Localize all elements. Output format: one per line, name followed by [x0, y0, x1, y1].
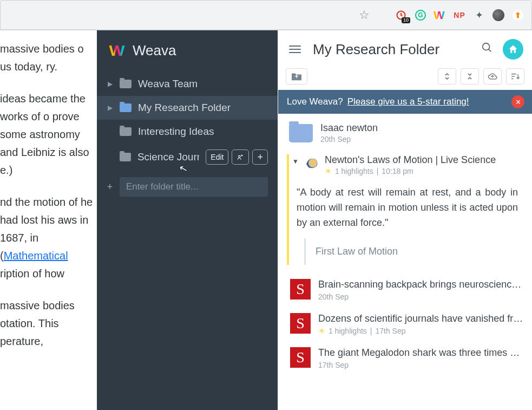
source-card[interactable]: S Dozens of scientific journals have van… [287, 313, 523, 335]
promo-text: Love Weava? [287, 96, 343, 107]
new-folder-input[interactable] [120, 177, 268, 197]
source-date: 20th Sep [318, 292, 349, 301]
subfolder-date: 20th Sep [320, 135, 378, 144]
grammarly-icon[interactable]: G [415, 9, 426, 21]
collapse-all-button[interactable] [461, 68, 479, 84]
sidebar-item-science-journals[interactable]: Science Journ Edit + [97, 144, 278, 171]
folder-icon [120, 153, 131, 161]
source-title: The giant Megalodon shark was three time… [318, 347, 523, 359]
source-timestamp: 10:18 pm [382, 167, 413, 175]
edit-folder-button[interactable]: Edit [206, 149, 228, 165]
folder-icon [120, 80, 132, 88]
folder-icon [289, 124, 313, 142]
source-card-expanded: ▼ Newton's Laws of Motion | Live Science… [287, 154, 523, 265]
source-title: Brain-scanning backpack brings neuroscie… [318, 279, 523, 290]
folder-icon [120, 103, 132, 112]
search-icon[interactable] [481, 42, 493, 57]
sidebar-item-interesting-ideas[interactable]: Interesting Ideas [97, 120, 278, 144]
bookmark-star-icon[interactable]: ☆ [358, 9, 370, 21]
article-text-4: massive bodies otation. This perature, [0, 297, 97, 350]
panel-header: My Research Folder [278, 30, 532, 66]
article-link-mathematical[interactable]: Mathematical [4, 250, 68, 262]
cloud-sync-button[interactable] [483, 68, 502, 84]
folder-icon [120, 127, 132, 136]
source-favicon-s: S [290, 313, 311, 334]
source-date: 17th Sep [375, 327, 405, 335]
svg-point-2 [483, 43, 490, 50]
weava-panel: My Research Folder + [278, 30, 532, 410]
sidebar-item-label: Interesting Ideas [138, 126, 214, 138]
update-extension-icon[interactable]: ⬆ [512, 9, 524, 21]
panel-body: Isaac newton 20th Sep ▼ Newton's Laws of… [278, 114, 532, 410]
article-background: massive bodies o us today, ry. ideas bec… [0, 30, 97, 410]
extension-badge-count: 10 [402, 17, 410, 23]
source-title[interactable]: Newton's Laws of Motion | Live Science [325, 154, 523, 166]
add-subfolder-button[interactable]: + [252, 149, 268, 165]
svg-point-3 [308, 159, 317, 167]
svg-point-1 [239, 155, 241, 158]
expand-collapse-button[interactable] [438, 68, 456, 84]
source-title: Dozens of scientific journals have vanis… [318, 313, 523, 324]
new-folder-row: + [97, 171, 278, 203]
extension-badge-icon[interactable]: 10 [395, 9, 407, 21]
promo-link[interactable]: Please give us a 5-star rating! [347, 96, 469, 107]
panel-toolbar: + [278, 66, 532, 90]
sidebar-item-label: My Research Folder [138, 102, 231, 114]
extensions-menu-icon[interactable]: ✦ [473, 9, 485, 21]
chevron-right-icon: ▶ [107, 80, 113, 88]
promo-banner: Love Weava? Please give us a 5-star rati… [278, 90, 532, 114]
highlight-dot-icon: ☀ [325, 167, 332, 175]
close-icon[interactable]: ✕ [511, 95, 524, 108]
sidebar-item-label: Weava Team [138, 78, 198, 90]
new-folder-button[interactable]: + [286, 68, 307, 84]
subfolder-item[interactable]: Isaac newton 20th Sep [287, 122, 523, 144]
source-card[interactable]: S The giant Megalodon shark was three ti… [287, 347, 523, 369]
plus-icon: + [107, 181, 113, 193]
article-text-1: massive bodies o us today, ry. [0, 40, 97, 76]
highlight-quote[interactable]: "A body at rest will remain at rest, and… [297, 185, 523, 231]
np-extension-icon[interactable]: NP [454, 9, 465, 21]
sidebar-item-weava-team[interactable]: ▶ Weava Team [97, 72, 278, 96]
profile-avatar[interactable] [492, 9, 504, 21]
weava-logo-icon: W [109, 44, 127, 58]
source-highlight-count: 1 highlights [329, 327, 367, 335]
sidebar-item-label: Science Journ [137, 151, 199, 163]
panel-title: My Research Folder [313, 41, 471, 58]
article-text-3: nd the motion of he had lost his aws in … [0, 193, 97, 283]
chevron-down-icon[interactable]: ▼ [292, 154, 299, 165]
share-folder-button[interactable] [232, 149, 249, 165]
folder-list: ▶ Weava Team ▶ My Research Folder Intere… [97, 72, 278, 171]
source-favicon-s: S [290, 279, 311, 300]
weava-extension-icon[interactable]: W [434, 9, 446, 21]
weava-brand-label: Weava [133, 42, 176, 59]
source-card[interactable]: S Brain-scanning backpack brings neurosc… [287, 279, 523, 301]
weava-brand: W Weava [97, 30, 278, 72]
article-text-2: ideas became the works of o prove some a… [0, 90, 97, 179]
source-highlight-count: 1 highlights [335, 167, 373, 175]
sort-button[interactable] [506, 68, 524, 84]
source-date: 17th Sep [318, 361, 349, 369]
chevron-right-icon: ▶ [107, 104, 113, 112]
weava-sidebar: W Weava ▶ Weava Team ▶ My Research Folde… [97, 30, 278, 410]
source-favicon [304, 155, 319, 171]
home-button[interactable] [503, 39, 523, 60]
highlight-note[interactable]: First Law of Motion [304, 238, 523, 265]
subfolder-title: Isaac newton [320, 122, 378, 134]
browser-toolbar: ☆ 10 G W NP ✦ ⬆ [0, 0, 532, 30]
sidebar-item-my-research-folder[interactable]: ▶ My Research Folder [97, 96, 278, 120]
menu-icon[interactable] [287, 43, 303, 55]
highlight-dot-icon: ☀ [318, 327, 325, 335]
source-favicon-s: S [290, 347, 311, 368]
